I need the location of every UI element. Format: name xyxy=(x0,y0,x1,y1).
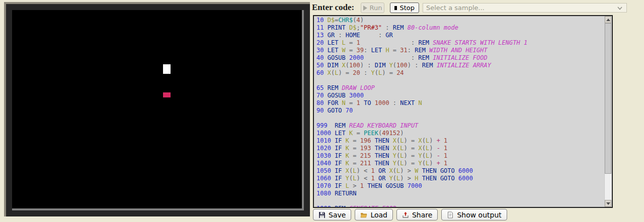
code-line: 70 GOSUB 3000 xyxy=(316,92,605,99)
code-line: 1999 REM GENERATE FOOD xyxy=(316,205,605,207)
code-line: 1070 IF L > 1 THEN GOSUB 7000 xyxy=(316,182,605,190)
code-line: 1060 IF Y(L) < 1 OR Y(L) > H THEN GOTO 6… xyxy=(316,175,605,182)
output-document-icon xyxy=(447,211,454,218)
emulator-bezel xyxy=(4,2,310,216)
code-line: 60 X(L) = 20 : Y(L) = 24 xyxy=(316,69,605,77)
folder-icon xyxy=(360,211,367,218)
stop-icon xyxy=(394,6,397,10)
code-line: 1050 IF X(L) < 1 OR X(L) > W THEN GOTO 6… xyxy=(316,167,605,175)
scroll-up-button[interactable] xyxy=(605,16,611,23)
code-area[interactable]: 10 D$=CHR$(4)11 PRINT D$;"PR#3" : REM 80… xyxy=(313,15,613,208)
code-line: 1020 IF K = 193 THEN X(L) = X(L) - 1 xyxy=(316,145,605,152)
share-upload-icon xyxy=(402,211,409,218)
code-line: 999 REM READ KEYBOARD INPUT xyxy=(316,122,605,130)
load-button-label: Load xyxy=(370,211,387,219)
code-line: 30 LET W = 39: LET H = 31: REM WIDTH AND… xyxy=(316,47,605,54)
scroll-up-icon xyxy=(606,19,610,21)
chevron-down-icon xyxy=(616,5,623,12)
snake-block xyxy=(163,64,171,74)
code-text[interactable]: 10 D$=CHR$(4)11 PRINT D$;"PR#3" : REM 80… xyxy=(314,16,605,207)
stop-button-label: Stop xyxy=(399,4,415,12)
code-line: 40 GOSUB 2000 : REM INITIALIZE FOOD xyxy=(316,54,605,62)
editor-toolbar: Save Load Share Show output xyxy=(313,209,507,220)
code-line: 20 LET L = 1 : REM SNAKE STARTS WITH LEN… xyxy=(316,39,605,47)
code-line: 11 PRINT D$;"PR#3" : REM 80-column mode xyxy=(316,24,605,32)
share-button[interactable]: Share xyxy=(396,209,438,220)
run-button[interactable]: Run xyxy=(361,3,384,13)
play-icon xyxy=(363,6,367,11)
sample-select[interactable]: Select a sample... xyxy=(423,3,627,13)
code-line: 10 D$=CHR$(4) xyxy=(316,17,605,24)
run-button-label: Run xyxy=(370,4,382,12)
code-line: 1030 IF K = 215 THEN Y(L) = Y(L) - 1 xyxy=(316,152,605,160)
share-button-label: Share xyxy=(412,211,432,219)
code-line xyxy=(316,77,605,84)
show-output-button-label: Show output xyxy=(457,211,501,219)
sample-select-placeholder: Select a sample... xyxy=(426,4,485,12)
scroll-down-button[interactable] xyxy=(605,200,611,207)
scrollbar-thumb[interactable] xyxy=(605,23,611,174)
code-line: 13 GR : HOME : GR xyxy=(316,32,605,39)
code-line: 1010 IF K = 196 THEN X(L) = X(L) + 1 xyxy=(316,137,605,145)
code-line: 1080 RETURN xyxy=(316,190,605,197)
load-button[interactable]: Load xyxy=(355,209,393,220)
save-button-label: Save xyxy=(329,211,346,219)
code-line: 1040 IF K = 211 THEN Y(L) = Y(L) + 1 xyxy=(316,160,605,167)
food-block xyxy=(163,92,171,97)
show-output-button[interactable]: Show output xyxy=(441,209,507,220)
code-line: 65 REM DRAW LOOP xyxy=(316,84,605,92)
code-line: 1000 LET K = PEEK(49152) xyxy=(316,130,605,137)
code-line: 50 DIM X(100) : DIM Y(100) : REM INTIALI… xyxy=(316,62,605,69)
enter-code-label: Enter code: xyxy=(312,3,354,13)
save-button[interactable]: Save xyxy=(313,209,351,220)
stop-button[interactable]: Stop xyxy=(390,3,419,13)
emulator-screen[interactable] xyxy=(12,10,304,210)
editor-scrollbar[interactable] xyxy=(604,16,612,207)
scroll-down-icon xyxy=(606,202,610,205)
code-line xyxy=(316,115,605,122)
code-line xyxy=(316,197,605,205)
code-line: 90 GOTO 70 xyxy=(316,107,605,115)
code-line: 80 FOR N = 1 TO 1000 : NEXT N xyxy=(316,99,605,107)
floppy-disk-icon xyxy=(318,211,326,218)
